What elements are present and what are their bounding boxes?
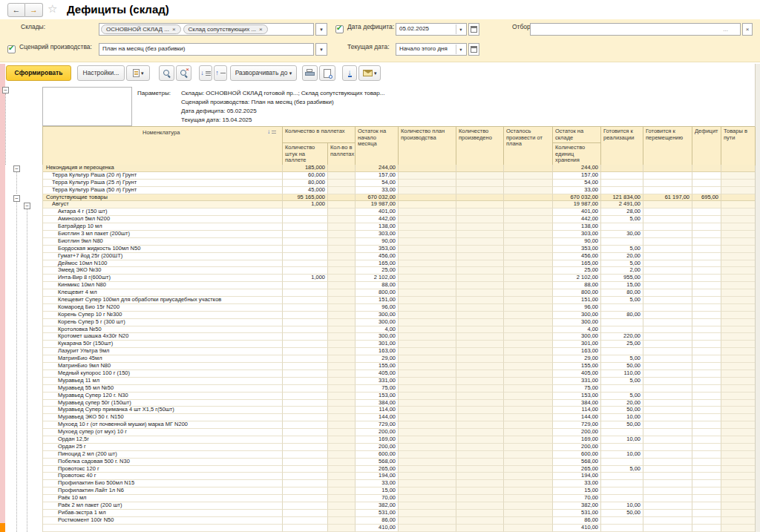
table-row[interactable]: Провотокс 120 г265,00265,005,00 [43, 466, 755, 473]
header-nomenclature[interactable]: Номенклатура ↓ [43, 127, 283, 165]
table-row[interactable]: Муравьед 55 мл №5075,0075,00 [43, 385, 755, 393]
header-pallet-qty[interactable]: Количество штук на паллете [283, 143, 328, 165]
report-variants-button[interactable]: ▾ [126, 65, 150, 81]
table-row[interactable]: Кротоловка №504,004,00 [43, 326, 755, 334]
scenario-checkbox[interactable]: ✔ [7, 45, 16, 53]
table-row[interactable]: Некондиция и переоценка185,000244,00244,… [43, 165, 755, 172]
table-row[interactable]: Гумат+7 йод 25г (200ШТ)456,00456,0020,00 [43, 253, 755, 260]
table-row[interactable]: Медный купорос 100 г (150)405,00405,0011… [43, 370, 755, 378]
send-mail-button[interactable]: ▾ [358, 65, 381, 81]
scenario-dropdown-button[interactable]: ▾ [315, 43, 327, 56]
deficit-date-checkbox[interactable]: ✔ [335, 25, 344, 33]
expand-groups-button[interactable]: ↓ [199, 65, 212, 81]
table-row[interactable]: Побелка садовая 500 г. N30568,00568,00 [43, 459, 755, 466]
table-row[interactable]: Профилактин Лайт 1л N615,0015,00 [43, 487, 755, 495]
header-pallets-group[interactable]: Количество в паллетах [283, 127, 356, 143]
table-row[interactable]: Кукарача 50г (150шт)301,00301,0025,00 [43, 341, 755, 348]
sort-descending-icon[interactable]: ↓ [267, 129, 276, 136]
generate-button[interactable]: Сформировать [6, 65, 71, 81]
table-row[interactable]: Биотлин 9мл N8090,0090,00 [43, 238, 755, 246]
remove-tag-icon[interactable]: × [259, 26, 263, 33]
table-row[interactable]: Терра Культур Раша (25 л) Грунт80,00054,… [43, 180, 755, 187]
table-row[interactable]: Терра Культур Раша (20 л) Грунт60,000157… [43, 172, 755, 180]
table-row[interactable]: Кинмикс 10мл N8088,0088,0015,00 [43, 282, 755, 289]
table-row[interactable]: Батрайдер 10 мл138,00138,00 [43, 223, 755, 231]
table-row[interactable]: Биотлин 3 мл пакет (200шт)303,00303,0030… [43, 231, 755, 238]
table-row[interactable]: Мухоед 10 г (от почвенной мушки) марка М… [43, 421, 755, 429]
header-start-balance[interactable]: Остаток на начало месяца [356, 127, 399, 165]
table-row[interactable]: МатринБио 9мл N80155,00155,0050,00 [43, 363, 755, 370]
header-produced-quantity[interactable]: Количество произведено [456, 127, 504, 165]
table-row[interactable]: Актара 4 г (150 шт)401,00401,0028,00 [43, 208, 755, 216]
table-row[interactable]: Провотокс 40 г194,00194,00 [43, 473, 755, 480]
table-row[interactable]: Раёк 10 мл70,0070,00 [43, 495, 755, 502]
table-row[interactable]: Рибав-экстра 1 мл531,00531,0050,00 [43, 510, 755, 517]
header-deficit[interactable]: Дефицит [692, 127, 721, 165]
table-row[interactable]: Ордан 12,5г169,00169,0010,00 [43, 436, 755, 444]
table-row[interactable]: Бордоская жидкость 100мл N50353,00353,00… [43, 246, 755, 253]
table-row[interactable]: Профилактин Био 500мл N1533,0033,00 [43, 480, 755, 487]
table-row[interactable]: Муравьед супер 50г (150шт)384,00384,0020… [43, 400, 755, 407]
table-row[interactable]: Аминозол 5мл N200442,00442,005,00 [43, 216, 755, 223]
vertical-scrollbar[interactable] [755, 64, 760, 532]
remove-tag-icon[interactable]: × [172, 26, 176, 33]
table-row[interactable]: Терра Культур Раша (50 л) Грунт45,00033,… [43, 187, 755, 194]
search-button[interactable] [159, 65, 174, 81]
cancel-search-button[interactable]: × [176, 65, 191, 81]
header-stock-balance[interactable]: Остаток на складе [553, 127, 601, 143]
settings-button[interactable]: Настройки... [77, 65, 125, 81]
expand-to-button[interactable]: Разворачивать до ▾ [230, 65, 297, 81]
choose-filter-icon[interactable]: ... [723, 26, 728, 33]
back-button[interactable]: ← [7, 3, 25, 17]
header-ready-for-transfer[interactable]: Готовится к перемещению [643, 127, 692, 165]
table-row[interactable]: Змеед ЭКО №3025,0025,002,00 [43, 267, 755, 275]
forward-button[interactable]: → [25, 3, 43, 17]
clear-filter-button[interactable]: × [742, 23, 753, 36]
table-row[interactable]: Муравьед ЭКО 50 г. N150144,00144,0010,00 [43, 414, 755, 421]
header-remaining-to-produce[interactable]: Осталось произвести от плана [504, 127, 553, 165]
table-row[interactable]: Кротомет шашка 4х30г N20300,00300,00220,… [43, 333, 755, 341]
table-row[interactable]: 410,00410,00 [43, 525, 755, 532]
table-row[interactable]: Муравьед Супер приманка 4 шт Х1,5 г(50шт… [43, 407, 755, 414]
table-row[interactable]: Деймос 10мл N100165,00165,005,00 [43, 260, 755, 268]
warehouse-tag[interactable]: Склад сопутствующих ... × [183, 24, 268, 34]
print-preview-button[interactable] [319, 65, 335, 81]
table-row[interactable]: Мухоед супер (от мух) 10 г200,00200,00 [43, 429, 755, 436]
deficit-date-dropdown[interactable]: ▾ [456, 24, 465, 34]
expand-group-button[interactable]: − [2, 87, 9, 93]
warehouse-tag[interactable]: ОСНОВНОЙ СКЛАД ... × [101, 24, 181, 34]
table-row[interactable]: Муравьед 11 мл331,00331,005,00 [43, 378, 755, 385]
favorite-star-icon[interactable]: ☆ [48, 2, 57, 16]
table-row[interactable]: Инта-Вир 8 г(600шт)1,0002 102,002 102,00… [43, 275, 755, 282]
current-date-input[interactable]: Начало этого дня ▾ [396, 43, 467, 56]
table-row[interactable]: Август1,00019 987,0019 987,002 491,00 [43, 201, 755, 208]
table-row[interactable]: Клещевит 4 мл800,00800,0080,00 [43, 289, 755, 297]
table-row[interactable]: Комароед Био 15г N20096,0096,00 [43, 304, 755, 312]
table-row[interactable]: Сопутствующие товары95 165,000670 032,00… [43, 194, 755, 202]
header-pallet-count[interactable]: Кол-во в паллетах [328, 143, 356, 165]
table-row[interactable]: Лазурит Ультра 9мл163,00163,00 [43, 348, 755, 355]
table-row[interactable]: Ростмомент 100г N5086,0086,00 [43, 517, 755, 525]
expand-group-button[interactable]: − [13, 165, 20, 172]
filter-input[interactable]: ... [530, 23, 741, 36]
table-row[interactable]: Муравьед Супер 120 г. N30153,00153,005,0… [43, 393, 755, 400]
table-row[interactable]: Раёк 2 мл пакет (200 шт)382,00382,0010,0… [43, 502, 755, 510]
table-row[interactable]: Пиноцид 2 мл (200 шт)600,00600,0010,00 [43, 451, 755, 459]
table-row[interactable]: Корень Супер 5 г (300 шт)300,00300,00 [43, 319, 755, 326]
header-stock-units[interactable]: Количество единиц хранения [553, 143, 601, 165]
table-row[interactable]: Корень Супер 10 г №300300,00300,0080,00 [43, 312, 755, 319]
collapse-groups-button[interactable]: ↑ [214, 65, 227, 81]
warehouses-dropdown-button[interactable]: ▾ [315, 23, 327, 36]
current-date-dropdown[interactable]: ▾ [456, 45, 465, 54]
header-ready-for-sale[interactable]: Готовится к реализации [601, 127, 643, 165]
deficit-date-input[interactable]: 05.02.2025 ▾ [396, 23, 467, 36]
header-plan-quantity[interactable]: Количество план производства [399, 127, 456, 165]
print-button[interactable] [302, 65, 318, 81]
table-row[interactable]: Ордан 25 г200,00200,00 [43, 444, 755, 451]
current-date-calendar-button[interactable] [468, 43, 479, 56]
header-goods-in-transit[interactable]: Товары в пути [721, 127, 756, 165]
deficit-date-calendar-button[interactable] [468, 23, 479, 36]
warehouses-field[interactable]: ОСНОВНОЙ СКЛАД ... × Склад сопутствующих… [99, 23, 314, 36]
save-result-button[interactable]: ↓ [342, 65, 357, 81]
table-row[interactable]: МатринБио 45мл29,0029,005,00 [43, 355, 755, 363]
